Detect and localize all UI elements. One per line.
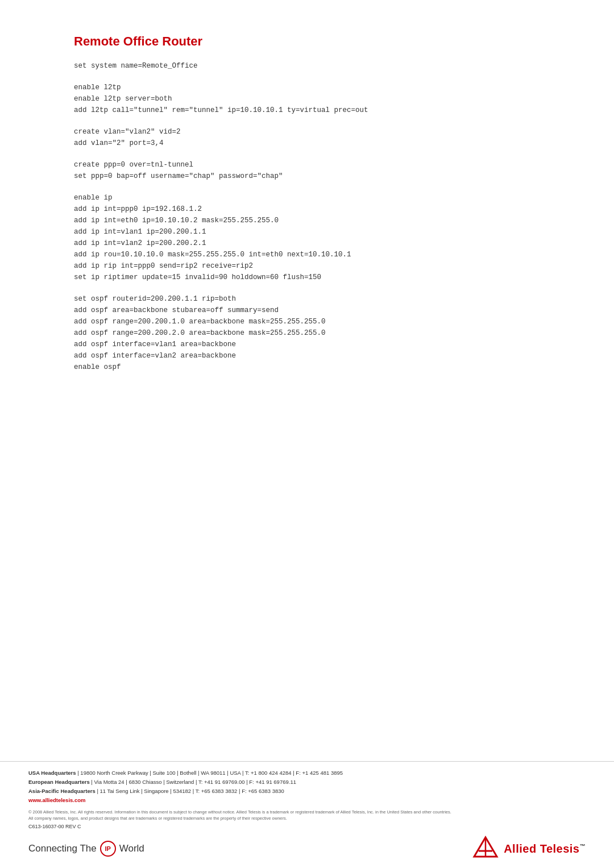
code-block-6: set ospf routerid=200.200.1.1 rip=both a…: [74, 293, 540, 373]
ap-address: 11 Tai Seng Link: [100, 788, 140, 794]
allied-telesis-logo-text: Allied Telesis™: [504, 842, 586, 855]
tagline-connecting: Connecting The: [28, 843, 97, 854]
eu-tel: T: +41 91 69769.00: [198, 779, 245, 785]
footer-doc-ref: C613-16037-00 REV C: [28, 824, 586, 829]
code-block-1: set system name=Remote_Office: [74, 60, 540, 72]
trademark-text: All company names, logos, and product de…: [28, 816, 287, 821]
copyright-text: © 2008 Allied Telesis, Inc. All rights r…: [28, 809, 451, 815]
ap-tel: T: +65 6383 3832: [196, 788, 238, 794]
eu-address: Via Motta 24: [94, 779, 124, 785]
usa-suite: Suite 100: [152, 770, 175, 776]
code-block-3: create vlan="vlan2" vid=2 add vlan="2" p…: [74, 126, 540, 149]
code-block-2: enable l2tp enable l2tp server=both add …: [74, 82, 540, 116]
ip-circle-icon: IP: [100, 841, 116, 857]
footer-addresses: USA Headquarters | 19800 North Creek Par…: [28, 769, 586, 805]
footer: USA Headquarters | 19800 North Creek Par…: [0, 761, 614, 868]
code-section-4: create ppp=0 over=tnl-tunnel set ppp=0 b…: [74, 159, 540, 182]
footer-bottom: Connecting The IP World Allied Telesis™: [28, 835, 586, 862]
code-section-1: set system name=Remote_Office: [74, 60, 540, 72]
allied-telesis-logo: Allied Telesis™: [472, 835, 586, 862]
footer-copyright: © 2008 Allied Telesis, Inc. All rights r…: [28, 809, 586, 822]
logo-telesis: Telesis: [540, 842, 580, 855]
eu-hq-label: European Headquarters: [28, 779, 90, 785]
usa-city: Bothell: [180, 770, 196, 776]
code-block-5: enable ip add ip int=ppp0 ip=192.168.1.2…: [74, 192, 540, 283]
code-section-6: set ospf routerid=200.200.1.1 rip=both a…: [74, 293, 540, 373]
usa-tel: T: +1 800 424 4284: [245, 770, 292, 776]
page-container: Remote Office Router set system name=Rem…: [0, 0, 614, 868]
ip-text: IP: [105, 845, 111, 852]
usa-hq-label: USA Headquarters: [28, 770, 76, 776]
ap-hq-label: Asia-Pacific Headquarters: [28, 788, 96, 794]
usa-fax: F: +1 425 481 3895: [296, 770, 343, 776]
main-content: Remote Office Router set system name=Rem…: [0, 0, 614, 761]
ap-fax: F: +65 6383 3830: [242, 788, 284, 794]
logo-trademark-symbol: ™: [580, 843, 586, 849]
code-section-2: enable l2tp enable l2tp server=both add …: [74, 82, 540, 116]
usa-country: USA: [230, 770, 240, 776]
footer-tagline: Connecting The IP World: [28, 841, 144, 857]
code-section-3: create vlan="vlan2" vid=2 add vlan="2" p…: [74, 126, 540, 149]
allied-telesis-logo-icon: [472, 835, 499, 862]
eu-fax: F: +41 91 69769.11: [249, 779, 296, 785]
code-section-5: enable ip add ip int=ppp0 ip=192.168.1.2…: [74, 192, 540, 283]
usa-state: WA 98011: [201, 770, 225, 776]
page-title: Remote Office Router: [74, 34, 540, 49]
ap-city: Singapore: [144, 788, 168, 794]
footer-website[interactable]: www.alliedtelesis.com: [28, 797, 86, 803]
logo-allied: Allied: [504, 842, 540, 855]
eu-city: 6830 Chiasso: [128, 779, 161, 785]
code-block-4: create ppp=0 over=tnl-tunnel set ppp=0 b…: [74, 159, 540, 182]
eu-country: Switzerland: [166, 779, 194, 785]
ap-postal: 534182: [173, 788, 191, 794]
tagline-world: World: [119, 843, 144, 854]
usa-address: 19800 North Creek Parkway: [80, 770, 148, 776]
